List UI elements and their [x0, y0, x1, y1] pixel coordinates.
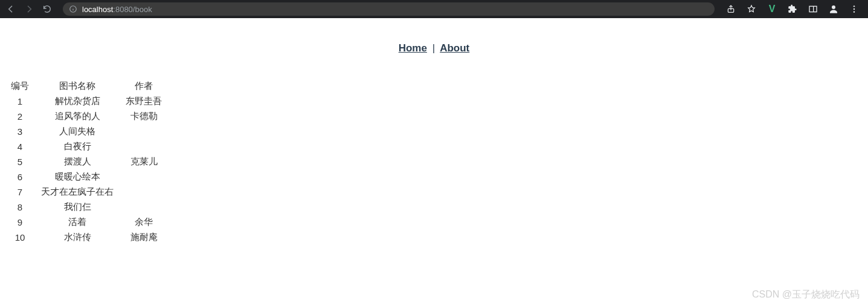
table-row: 8我们仨 [5, 200, 168, 215]
cell-author: 余华 [120, 215, 168, 230]
table-row: 5摆渡人克莱儿 [5, 154, 168, 169]
cell-name: 追风筝的人 [35, 109, 120, 124]
table-row: 4白夜行 [5, 139, 168, 154]
cell-id: 8 [5, 200, 35, 215]
cell-name: 解忧杂货店 [35, 94, 120, 109]
router-nav: Home | About [0, 42, 868, 54]
vue-devtools-icon[interactable]: V [767, 4, 777, 15]
url-host: localhost [82, 5, 113, 14]
cell-author [120, 184, 168, 200]
cell-id: 1 [5, 94, 35, 109]
toolbar-right: V [725, 4, 863, 15]
extensions-icon[interactable] [787, 4, 798, 15]
header-author: 作者 [120, 79, 168, 94]
cell-author: 东野圭吾 [120, 94, 168, 109]
menu-icon[interactable] [849, 4, 860, 15]
cell-name: 白夜行 [35, 139, 120, 154]
svg-point-7 [854, 5, 855, 7]
cell-id: 10 [5, 230, 35, 245]
forward-button[interactable] [23, 3, 35, 15]
book-table: 编号 图书名称 作者 1解忧杂货店东野圭吾2追风筝的人卡德勒3人间失格4白夜行5… [5, 79, 168, 245]
cell-name: 水浒传 [35, 230, 120, 245]
page-content: Home | About 编号 图书名称 作者 1解忧杂货店东野圭吾2追风筝的人… [0, 18, 868, 245]
cell-name: 暖暖心绘本 [35, 169, 120, 184]
header-id: 编号 [5, 79, 35, 94]
table-header-row: 编号 图书名称 作者 [5, 79, 168, 94]
reload-button[interactable] [41, 3, 53, 15]
site-info-icon[interactable] [69, 5, 77, 13]
table-row: 10水浒传施耐庵 [5, 230, 168, 245]
cell-id: 5 [5, 154, 35, 169]
table-row: 3人间失格 [5, 124, 168, 139]
cell-id: 4 [5, 139, 35, 154]
svg-point-9 [854, 11, 855, 12]
profile-icon[interactable] [828, 4, 839, 15]
cell-name: 活着 [35, 215, 120, 230]
table-row: 1解忧杂货店东野圭吾 [5, 94, 168, 109]
table-row: 7天才在左疯子在右 [5, 184, 168, 200]
nav-separator: | [432, 42, 435, 54]
cell-name: 天才在左疯子在右 [35, 184, 120, 200]
cell-author: 施耐庵 [120, 230, 168, 245]
cell-name: 我们仨 [35, 200, 120, 215]
cell-author [120, 169, 168, 184]
home-link[interactable]: Home [399, 42, 427, 54]
cell-author: 克莱儿 [120, 154, 168, 169]
browser-toolbar: localhost:8080/book V [0, 0, 868, 18]
cell-id: 9 [5, 215, 35, 230]
url-path: :8080/book [113, 5, 152, 14]
cell-id: 6 [5, 169, 35, 184]
cell-name: 摆渡人 [35, 154, 120, 169]
table-row: 9活着余华 [5, 215, 168, 230]
svg-point-8 [854, 8, 855, 10]
table-row: 2追风筝的人卡德勒 [5, 109, 168, 124]
table-row: 6暖暖心绘本 [5, 169, 168, 184]
svg-point-6 [832, 5, 835, 9]
cell-id: 3 [5, 124, 35, 139]
cell-author: 卡德勒 [120, 109, 168, 124]
cell-author [120, 124, 168, 139]
cell-id: 2 [5, 109, 35, 124]
panel-icon[interactable] [808, 4, 818, 15]
cell-id: 7 [5, 184, 35, 200]
header-name: 图书名称 [35, 79, 120, 94]
share-icon[interactable] [725, 4, 736, 15]
address-bar[interactable]: localhost:8080/book [63, 2, 715, 16]
url-text: localhost:8080/book [82, 5, 152, 14]
cell-name: 人间失格 [35, 124, 120, 139]
cell-author [120, 139, 168, 154]
about-link[interactable]: About [440, 42, 469, 54]
bookmark-star-icon[interactable] [746, 4, 757, 15]
back-button[interactable] [5, 3, 17, 15]
cell-author [120, 200, 168, 215]
